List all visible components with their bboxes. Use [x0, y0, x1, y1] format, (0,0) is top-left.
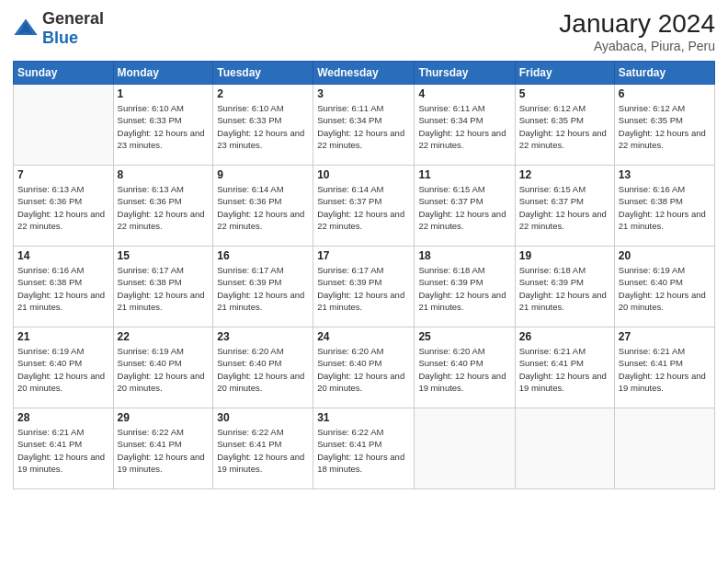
header: General Blue January 2024 Ayabaca, Piura…	[13, 9, 715, 53]
day-info: Sunrise: 6:22 AMSunset: 6:41 PMDaylight:…	[217, 426, 309, 475]
day-info: Sunrise: 6:15 AMSunset: 6:37 PMDaylight:…	[519, 183, 610, 232]
calendar-week-1: 7Sunrise: 6:13 AMSunset: 6:36 PMDaylight…	[14, 166, 715, 247]
day-info: Sunrise: 6:19 AMSunset: 6:40 PMDaylight:…	[619, 264, 711, 313]
calendar-week-2: 14Sunrise: 6:16 AMSunset: 6:38 PMDayligh…	[14, 247, 715, 327]
day-info: Sunrise: 6:17 AMSunset: 6:39 PMDaylight:…	[217, 264, 309, 313]
day-number: 19	[519, 249, 610, 262]
calendar-cell: 27Sunrise: 6:21 AMSunset: 6:41 PMDayligh…	[614, 327, 714, 408]
calendar-cell	[415, 408, 515, 489]
calendar-table: Sunday Monday Tuesday Wednesday Thursday…	[13, 61, 715, 489]
day-info: Sunrise: 6:11 AMSunset: 6:34 PMDaylight:…	[317, 102, 410, 151]
day-info: Sunrise: 6:18 AMSunset: 6:39 PMDaylight:…	[418, 264, 510, 313]
day-info: Sunrise: 6:17 AMSunset: 6:39 PMDaylight:…	[317, 264, 410, 313]
logo: General Blue	[13, 9, 104, 48]
calendar-cell: 25Sunrise: 6:20 AMSunset: 6:40 PMDayligh…	[415, 327, 515, 408]
day-info: Sunrise: 6:20 AMSunset: 6:40 PMDaylight:…	[317, 345, 410, 394]
calendar-cell: 15Sunrise: 6:17 AMSunset: 6:38 PMDayligh…	[113, 247, 213, 327]
calendar-cell: 18Sunrise: 6:18 AMSunset: 6:39 PMDayligh…	[415, 247, 515, 327]
day-number: 2	[217, 87, 309, 100]
day-info: Sunrise: 6:10 AMSunset: 6:33 PMDaylight:…	[217, 102, 309, 151]
calendar-cell: 1Sunrise: 6:10 AMSunset: 6:33 PMDaylight…	[113, 85, 213, 166]
col-wednesday: Wednesday	[313, 62, 415, 85]
day-info: Sunrise: 6:21 AMSunset: 6:41 PMDaylight:…	[519, 345, 610, 394]
calendar-body: 1Sunrise: 6:10 AMSunset: 6:33 PMDaylight…	[14, 85, 715, 489]
day-number: 29	[118, 411, 210, 424]
day-number: 8	[118, 168, 210, 181]
day-info: Sunrise: 6:19 AMSunset: 6:40 PMDaylight:…	[17, 345, 109, 394]
svg-rect-2	[23, 32, 29, 35]
calendar-cell: 2Sunrise: 6:10 AMSunset: 6:33 PMDaylight…	[213, 85, 313, 166]
calendar-cell: 3Sunrise: 6:11 AMSunset: 6:34 PMDaylight…	[313, 85, 415, 166]
calendar-cell: 8Sunrise: 6:13 AMSunset: 6:36 PMDaylight…	[113, 166, 213, 247]
day-number: 7	[17, 168, 109, 181]
calendar-cell	[515, 408, 614, 489]
day-number: 18	[418, 249, 510, 262]
calendar-cell: 17Sunrise: 6:17 AMSunset: 6:39 PMDayligh…	[313, 247, 415, 327]
day-number: 12	[519, 168, 610, 181]
col-thursday: Thursday	[415, 62, 515, 85]
calendar-cell: 12Sunrise: 6:15 AMSunset: 6:37 PMDayligh…	[515, 166, 614, 247]
logo-icon	[13, 16, 39, 41]
day-number: 28	[17, 411, 109, 424]
calendar-cell	[614, 408, 714, 489]
calendar-week-0: 1Sunrise: 6:10 AMSunset: 6:33 PMDaylight…	[14, 85, 715, 166]
day-info: Sunrise: 6:10 AMSunset: 6:33 PMDaylight:…	[118, 102, 210, 151]
month-year: January 2024	[559, 9, 715, 39]
calendar-cell: 26Sunrise: 6:21 AMSunset: 6:41 PMDayligh…	[515, 327, 614, 408]
day-info: Sunrise: 6:20 AMSunset: 6:40 PMDaylight:…	[217, 345, 309, 394]
calendar-cell: 31Sunrise: 6:22 AMSunset: 6:41 PMDayligh…	[313, 408, 415, 489]
day-info: Sunrise: 6:18 AMSunset: 6:39 PMDaylight:…	[519, 264, 610, 313]
day-number: 16	[217, 249, 309, 262]
day-info: Sunrise: 6:20 AMSunset: 6:40 PMDaylight:…	[418, 345, 510, 394]
day-number: 11	[418, 168, 510, 181]
calendar-cell: 20Sunrise: 6:19 AMSunset: 6:40 PMDayligh…	[614, 247, 714, 327]
calendar-cell: 21Sunrise: 6:19 AMSunset: 6:40 PMDayligh…	[14, 327, 114, 408]
day-number: 5	[519, 87, 610, 100]
day-info: Sunrise: 6:22 AMSunset: 6:41 PMDaylight:…	[118, 426, 210, 475]
calendar-cell: 9Sunrise: 6:14 AMSunset: 6:36 PMDaylight…	[213, 166, 313, 247]
day-info: Sunrise: 6:15 AMSunset: 6:37 PMDaylight:…	[418, 183, 510, 232]
day-number: 10	[317, 168, 410, 181]
calendar-week-3: 21Sunrise: 6:19 AMSunset: 6:40 PMDayligh…	[14, 327, 715, 408]
calendar-cell: 29Sunrise: 6:22 AMSunset: 6:41 PMDayligh…	[113, 408, 213, 489]
day-number: 26	[519, 330, 610, 343]
calendar-cell: 11Sunrise: 6:15 AMSunset: 6:37 PMDayligh…	[415, 166, 515, 247]
calendar-cell: 24Sunrise: 6:20 AMSunset: 6:40 PMDayligh…	[313, 327, 415, 408]
logo-text: General Blue	[42, 9, 104, 48]
col-saturday: Saturday	[614, 62, 714, 85]
day-number: 3	[317, 87, 410, 100]
col-friday: Friday	[515, 62, 614, 85]
day-number: 30	[217, 411, 309, 424]
day-number: 20	[619, 249, 711, 262]
location: Ayabaca, Piura, Peru	[559, 39, 715, 53]
calendar-cell: 28Sunrise: 6:21 AMSunset: 6:41 PMDayligh…	[14, 408, 114, 489]
day-number: 13	[619, 168, 711, 181]
day-number: 25	[418, 330, 510, 343]
calendar-cell: 10Sunrise: 6:14 AMSunset: 6:37 PMDayligh…	[313, 166, 415, 247]
day-info: Sunrise: 6:19 AMSunset: 6:40 PMDaylight:…	[118, 345, 210, 394]
calendar-cell: 6Sunrise: 6:12 AMSunset: 6:35 PMDaylight…	[614, 85, 714, 166]
day-info: Sunrise: 6:12 AMSunset: 6:35 PMDaylight:…	[519, 102, 610, 151]
day-number: 14	[17, 249, 109, 262]
col-sunday: Sunday	[14, 62, 114, 85]
day-info: Sunrise: 6:21 AMSunset: 6:41 PMDaylight:…	[17, 426, 109, 475]
calendar-cell: 22Sunrise: 6:19 AMSunset: 6:40 PMDayligh…	[113, 327, 213, 408]
page: General Blue January 2024 Ayabaca, Piura…	[0, 0, 728, 563]
day-number: 24	[317, 330, 410, 343]
day-info: Sunrise: 6:16 AMSunset: 6:38 PMDaylight:…	[17, 264, 109, 313]
day-info: Sunrise: 6:21 AMSunset: 6:41 PMDaylight:…	[619, 345, 711, 394]
day-number: 23	[217, 330, 309, 343]
day-info: Sunrise: 6:12 AMSunset: 6:35 PMDaylight:…	[619, 102, 711, 151]
day-info: Sunrise: 6:14 AMSunset: 6:37 PMDaylight:…	[317, 183, 410, 232]
calendar-cell: 14Sunrise: 6:16 AMSunset: 6:38 PMDayligh…	[14, 247, 114, 327]
day-info: Sunrise: 6:17 AMSunset: 6:38 PMDaylight:…	[118, 264, 210, 313]
day-number: 17	[317, 249, 410, 262]
calendar-cell: 7Sunrise: 6:13 AMSunset: 6:36 PMDaylight…	[14, 166, 114, 247]
day-number: 15	[118, 249, 210, 262]
calendar-cell: 5Sunrise: 6:12 AMSunset: 6:35 PMDaylight…	[515, 85, 614, 166]
calendar-cell	[14, 85, 114, 166]
day-info: Sunrise: 6:16 AMSunset: 6:38 PMDaylight:…	[619, 183, 711, 232]
calendar-cell: 19Sunrise: 6:18 AMSunset: 6:39 PMDayligh…	[515, 247, 614, 327]
calendar-header: Sunday Monday Tuesday Wednesday Thursday…	[14, 62, 715, 85]
day-info: Sunrise: 6:14 AMSunset: 6:36 PMDaylight:…	[217, 183, 309, 232]
